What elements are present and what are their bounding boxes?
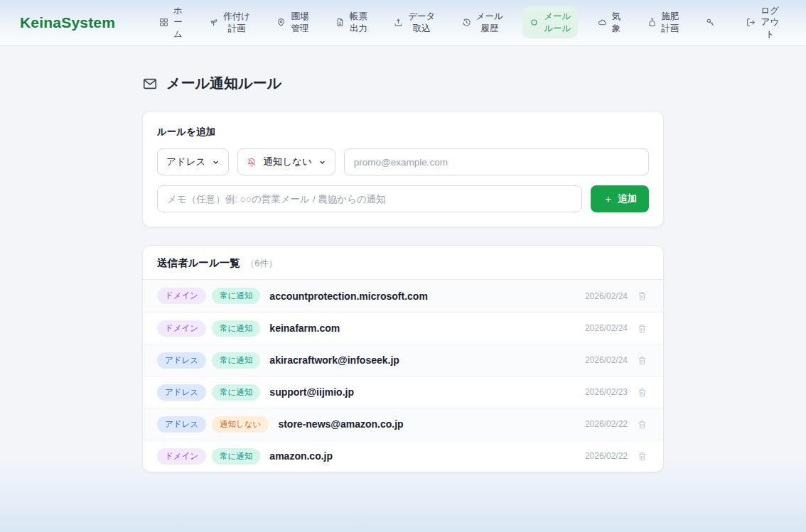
add-rule-row-2: ＋ 追加: [157, 185, 649, 212]
rule-value: support@iijmio.jp: [269, 386, 354, 398]
rule-action-badge: 常に通知: [212, 384, 260, 401]
rule-value: store-news@amazon.co.jp: [278, 418, 403, 430]
rule-row: ドメイン 常に通知 amazon.co.jp 2026/02/22: [143, 440, 663, 472]
nav-item-fertilizer-plan[interactable]: 施肥 計画: [640, 6, 687, 38]
rule-date: 2026/02/22: [585, 451, 628, 461]
nav-item-mail-history[interactable]: メール 履歴: [455, 6, 510, 38]
nav-item-home[interactable]: ホ ー ム: [152, 1, 190, 44]
chevron-down-icon: [318, 158, 326, 166]
rule-date: 2026/02/24: [585, 355, 628, 365]
nav-item-field-management[interactable]: 圃場 管理: [269, 6, 316, 38]
nav-label: 気 象: [612, 11, 621, 34]
nav-item-logout[interactable]: ログ アウ ト: [739, 1, 786, 44]
rule-date: 2026/02/24: [585, 291, 628, 301]
nav-label: メール ルール: [544, 11, 571, 34]
nav-label: 施肥 計画: [662, 11, 679, 34]
fertilizer-icon: [648, 18, 657, 27]
rule-action-select[interactable]: 通知しない: [237, 148, 335, 175]
rule-row: アドレス 常に通知 support@iijmio.jp 2026/02/23: [143, 376, 663, 408]
page-title: メール通知ルール: [142, 74, 664, 93]
rule-date: 2026/02/22: [585, 419, 628, 429]
rule-type-select[interactable]: アドレス: [157, 148, 229, 175]
page-title-text: メール通知ルール: [166, 74, 281, 93]
bell-slash-icon: [247, 157, 257, 167]
nav-label: ホ ー ム: [173, 5, 183, 40]
delete-rule-button[interactable]: [635, 418, 649, 431]
key-icon: [706, 18, 715, 27]
rule-type-badge: ドメイン: [157, 288, 206, 304]
rule-type-badge: ドメイン: [157, 320, 206, 337]
nav-item-planting-plan[interactable]: 作付け 計画: [202, 6, 257, 38]
nav-item-report-output[interactable]: 帳票 出力: [328, 6, 375, 38]
add-rule-button[interactable]: ＋ 追加: [591, 185, 649, 212]
seedling-icon: [209, 18, 218, 27]
add-button-label: 追加: [618, 192, 637, 205]
rule-value: accountprotection.microsoft.com: [269, 291, 427, 302]
rule-action-badge: 通知しない: [212, 416, 269, 433]
sender-rules-header: 送信者ルール一覧 （6件）: [143, 246, 663, 280]
map-pin-icon: [276, 18, 286, 27]
nav-item-password-key[interactable]: [699, 9, 727, 37]
chevron-down-icon: [212, 158, 220, 166]
main-nav: ホ ー ム 作付け 計画 圃場 管理 帳票 出力 データ 取込 メール 履歴 メ…: [152, 1, 786, 44]
rule-action-selected-value: 通知しない: [263, 156, 311, 168]
trash-icon: [637, 323, 648, 334]
rule-type-badge: ドメイン: [157, 448, 206, 465]
rule-row: アドレス 通知しない store-news@amazon.co.jp 2026/…: [143, 408, 663, 440]
history-icon: [462, 18, 471, 27]
rule-action-badge: 常に通知: [212, 448, 260, 465]
rule-action-badge: 常に通知: [212, 352, 260, 369]
rule-action-badge: 常に通知: [212, 320, 260, 337]
envelope-icon: [142, 76, 158, 92]
add-rule-card: ルールを追加 アドレス 通知しない ＋ 追加: [142, 111, 664, 227]
rule-type-badge: アドレス: [157, 384, 206, 401]
plus-icon: ＋: [603, 192, 613, 206]
rule-type-badge: アドレス: [157, 416, 206, 433]
add-rule-row-1: アドレス 通知しない: [157, 148, 649, 175]
add-rule-heading: ルールを追加: [157, 126, 649, 139]
sender-rules-count: （6件）: [246, 258, 277, 270]
rule-type-badge: アドレス: [157, 352, 206, 369]
sender-rules-list: ドメイン 常に通知 accountprotection.microsoft.co…: [143, 280, 663, 472]
trash-icon: [637, 291, 648, 301]
nav-item-weather[interactable]: 気 象: [591, 6, 628, 38]
logout-icon: [746, 18, 756, 27]
nav-label: データ 取込: [408, 11, 435, 34]
delete-rule-button[interactable]: [635, 354, 649, 367]
delete-rule-button[interactable]: [635, 322, 649, 335]
nav-item-data-import[interactable]: データ 取込: [387, 6, 442, 38]
dashboard-grid-icon: [159, 18, 168, 27]
rule-date: 2026/02/24: [585, 323, 628, 333]
rule-value: amazon.co.jp: [269, 450, 333, 462]
rule-row: ドメイン 常に通知 accountprotection.microsoft.co…: [143, 280, 663, 312]
sender-rules-card: 送信者ルール一覧 （6件） ドメイン 常に通知 accountprotectio…: [142, 245, 664, 472]
notification-circle-icon: [530, 18, 539, 27]
cloud-icon: [598, 18, 607, 27]
rule-action-badge: 常に通知: [212, 288, 260, 304]
delete-rule-button[interactable]: [635, 386, 649, 399]
nav-label: 帳票 出力: [350, 11, 367, 34]
rule-value: akiracraftwork@infoseek.jp: [269, 354, 399, 366]
nav-item-mail-rules[interactable]: メール ルール: [522, 6, 578, 38]
nav-label: メール 履歴: [476, 11, 503, 34]
delete-rule-button[interactable]: [635, 289, 649, 303]
sender-rules-title: 送信者ルール一覧: [157, 256, 240, 270]
rule-target-input[interactable]: [344, 148, 649, 175]
brand-logo[interactable]: KeinaSystem: [20, 14, 115, 31]
rule-memo-input[interactable]: [157, 185, 582, 212]
nav-label: 作付け 計画: [223, 11, 250, 34]
rule-row: アドレス 常に通知 akiracraftwork@infoseek.jp 202…: [143, 344, 663, 376]
delete-rule-button[interactable]: [635, 450, 649, 463]
rule-value: keinafarm.com: [269, 322, 340, 334]
trash-icon: [637, 355, 648, 366]
trash-icon: [637, 419, 648, 430]
nav-label: 圃場 管理: [291, 11, 308, 34]
trash-icon: [637, 387, 648, 398]
rule-row: ドメイン 常に通知 keinafarm.com 2026/02/24: [143, 312, 663, 344]
main-content: メール通知ルール ルールを追加 アドレス 通知しない ＋ 追加: [142, 45, 664, 472]
nav-label: ログ アウ ト: [761, 5, 779, 40]
rule-type-selected-value: アドレス: [166, 156, 205, 168]
trash-icon: [637, 451, 648, 462]
rule-date: 2026/02/23: [585, 387, 628, 397]
document-icon: [335, 18, 345, 27]
